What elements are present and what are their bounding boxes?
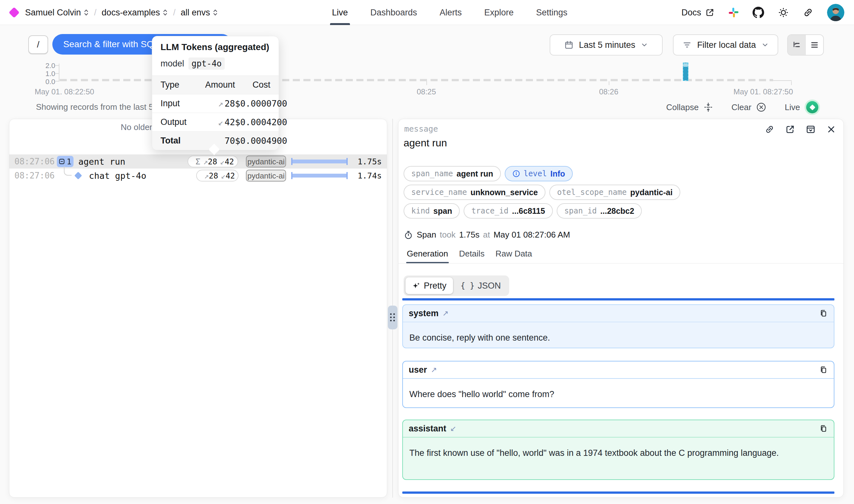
pretty-toggle-option[interactable]: Pretty (405, 277, 453, 294)
json-toggle-option[interactable]: { } JSON (454, 277, 507, 294)
tab-details[interactable]: Details (458, 249, 485, 263)
tooltip-title: LLM Tokens (aggregated) (152, 36, 279, 52)
copy-link-icon[interactable] (803, 7, 814, 18)
calendar-icon (564, 40, 574, 50)
tab-settings[interactable]: Settings (534, 0, 569, 25)
trace-list-panel: No older 08:27:06 1 agent run Σ ↗28 ↙42 … (9, 119, 387, 498)
filter-label: Filter local data (697, 40, 756, 50)
user-avatar[interactable] (827, 4, 844, 21)
theme-sun-icon[interactable] (778, 7, 789, 18)
output-arrow: ↙ (220, 157, 224, 166)
record-count-bar[interactable] (683, 62, 688, 81)
llm-tokens-tooltip: LLM Tokens (aggregated) model gpt-4o Typ… (152, 36, 279, 150)
x-axis-label: 08:26 (599, 87, 618, 96)
chevron-down-icon (761, 41, 769, 49)
attr-otel-scope[interactable]: otel_scope_name pydantic-ai (549, 185, 680, 200)
main-nav-tabs: Live Dashboards Alerts Explore Settings (330, 0, 569, 25)
dock-bottom-icon[interactable] (805, 124, 816, 134)
env-name: all envs (181, 8, 210, 18)
tab-live[interactable]: Live (330, 0, 350, 25)
attr-kind[interactable]: kind span (403, 203, 460, 219)
message-header: user ↗ (403, 361, 834, 379)
slash-shortcut-key[interactable]: / (28, 35, 48, 54)
output-arrow-icon: ↙ (450, 425, 456, 433)
tokens-row-input: Input ↗28 $0.0000700 (152, 94, 279, 113)
tab-alerts[interactable]: Alerts (438, 0, 464, 25)
trace-row-chat-gpt4o[interactable]: 08:27:06 chat gpt-4o ↗28 ↙42 pydantic-ai… (9, 168, 387, 183)
attr-span-id[interactable]: span_id ...28cbc2 (557, 203, 642, 219)
breadcrumb-env[interactable]: all envs (181, 8, 218, 18)
span-duration-bar[interactable] (291, 160, 348, 163)
breadcrumb-org[interactable]: Samuel Colvin (25, 8, 89, 18)
slack-icon[interactable] (728, 7, 739, 18)
x-axis-label: 08:25 (417, 87, 436, 96)
message-text: The first known use of "hello, world" wa… (403, 437, 834, 468)
attr-value: Info (550, 169, 565, 179)
message-system: system ↗ Be concise, reply with one sent… (402, 304, 834, 348)
span-diamond-icon (74, 172, 82, 179)
tree-view-toggle[interactable] (788, 35, 805, 55)
close-icon[interactable] (826, 124, 836, 134)
field-label: message (404, 124, 438, 133)
filter-icon (682, 40, 692, 50)
list-view-toggle[interactable] (805, 35, 823, 55)
attr-trace-id[interactable]: trace_id ...6c8115 (464, 203, 552, 219)
span-attributes: span_name agent run level Info service_n… (403, 166, 680, 219)
y-tick-label: 2.0 (30, 61, 55, 70)
x-axis-label-end: May 01. 08:27:50 (733, 87, 793, 96)
tokens-table: Type Amount Cost Input ↗28 $0.0000700 Ou… (152, 75, 279, 150)
copy-icon[interactable] (819, 365, 828, 374)
token-count-pill[interactable]: ↗28 ↙42 (196, 170, 238, 182)
attr-value: span (433, 206, 452, 216)
filter-local-data-dropdown[interactable]: Filter local data (673, 34, 778, 56)
timeline-axis-end (773, 80, 792, 81)
status-actions: Collapse Clear Live (666, 100, 820, 115)
sort-chevrons-icon (162, 9, 168, 16)
content-bottom-rule (402, 491, 834, 494)
attr-span-name[interactable]: span_name agent run (403, 166, 501, 181)
docs-link[interactable]: Docs (681, 8, 715, 18)
span-title: agent run (403, 137, 447, 149)
attr-value: unknown_service (470, 188, 538, 197)
breadcrumb-project[interactable]: docs-examples (102, 8, 168, 18)
tab-dashboards[interactable]: Dashboards (368, 0, 419, 25)
stopwatch-icon (403, 230, 413, 240)
tokens-row-output: Output ↙42 $0.0004200 (152, 113, 279, 131)
github-icon[interactable] (752, 7, 764, 18)
time-range-dropdown[interactable]: Last 5 minutes (550, 34, 662, 56)
attr-service-name[interactable]: service_name unknown_service (403, 185, 545, 200)
open-external-icon[interactable] (785, 124, 795, 134)
clear-label: Clear (731, 103, 751, 112)
live-toggle[interactable]: Live (785, 100, 820, 115)
token-count-pill[interactable]: Σ ↗28 ↙42 (187, 156, 238, 167)
pretty-label: Pretty (424, 281, 447, 291)
x-axis-tick (609, 81, 610, 85)
breadcrumb: Samuel Colvin / docs-examples / all envs (10, 0, 218, 25)
collapse-children-badge[interactable]: 1 (57, 156, 74, 167)
message-text: Where does "hello world" come from? (403, 379, 834, 408)
scope-tag[interactable]: pydantic-ai (246, 170, 286, 182)
input-arrow: ↗ (204, 171, 209, 180)
copy-icon[interactable] (819, 309, 828, 318)
collapse-button[interactable]: Collapse (666, 102, 713, 112)
docs-label: Docs (681, 8, 701, 18)
sparkles-icon (412, 282, 421, 290)
span-duration-bar[interactable] (291, 174, 348, 178)
content-top-rule (402, 298, 834, 301)
copy-link-icon[interactable] (764, 124, 775, 134)
tab-raw-data[interactable]: Raw Data (495, 249, 533, 263)
row-cost: $0.0004200 (235, 117, 287, 127)
panel-resize-handle[interactable] (388, 306, 398, 329)
output-arrow: ↙ (221, 171, 225, 180)
tab-generation[interactable]: Generation (406, 249, 449, 263)
span-duration-summary: Span took 1.75s at May 01 08:27:06 AM (403, 230, 570, 240)
copy-icon[interactable] (819, 424, 828, 433)
org-name: Samuel Colvin (25, 8, 81, 18)
y-tick-label: 1.0 (30, 70, 55, 78)
y-axis-tick (55, 65, 59, 66)
tab-explore[interactable]: Explore (482, 0, 515, 25)
clear-button[interactable]: Clear (731, 102, 767, 113)
attr-key: otel_scope_name (557, 188, 627, 197)
scope-tag[interactable]: pydantic-ai (246, 156, 286, 167)
attr-level[interactable]: level Info (505, 166, 573, 181)
